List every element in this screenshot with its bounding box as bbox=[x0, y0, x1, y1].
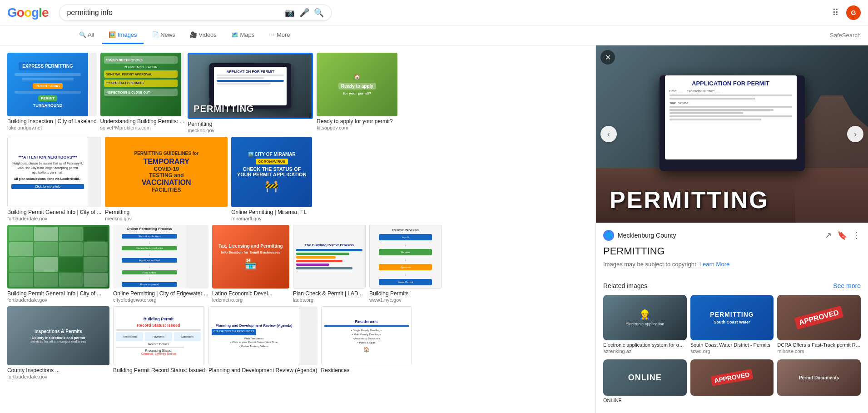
more-icon[interactable]: ⋮ bbox=[853, 230, 861, 240]
image-row-2: ***ATTENTION NEIGHBORS*** Neighbors, ple… bbox=[7, 137, 595, 221]
search-icons: 📷 🎤 🔍 bbox=[285, 8, 324, 18]
learn-more-link[interactable]: Learn More bbox=[699, 261, 729, 268]
source-row: 🌐 Mecklenburg County ↗ 🔖 ⋮ bbox=[603, 230, 861, 241]
card-title: Building Inspection | City of Lakeland bbox=[7, 118, 97, 124]
tab-more[interactable]: ⋯ More bbox=[263, 27, 296, 44]
card-title: Permitting bbox=[188, 121, 313, 127]
tab-all[interactable]: 🔍 All bbox=[73, 27, 100, 44]
related-row2: ONLINE ONLINE APPROVED bbox=[603, 359, 861, 404]
camera-icon[interactable]: 📷 bbox=[285, 8, 295, 18]
image-card-11[interactable]: The Building Permit Process Plan Check &… bbox=[293, 225, 366, 303]
bookmark-icon[interactable]: 🔖 bbox=[837, 230, 847, 240]
image-card-14[interactable]: Building Permit Record Status: Issued Re… bbox=[113, 306, 205, 374]
search-bar[interactable]: 📷 🎤 🔍 bbox=[59, 5, 332, 21]
related-label: Electronic application system for obtain… bbox=[603, 340, 687, 348]
related-card-4[interactable]: ONLINE ONLINE bbox=[603, 359, 687, 404]
image-card-13[interactable]: Inspections & Permits County inspections… bbox=[7, 306, 109, 379]
image-card-7[interactable]: 🏙️ CITY OF MIRAMAR CORONAVIRUS CHECK THE… bbox=[231, 137, 312, 221]
image-card-5[interactable]: ***ATTENTION NEIGHBORS*** Neighbors, ple… bbox=[7, 137, 101, 221]
card-title: County Inspections ... bbox=[7, 367, 109, 373]
card-source: ledcmetro.org bbox=[212, 297, 289, 303]
related-card-1[interactable]: 👷 Electronic application Electronic appl… bbox=[603, 295, 687, 354]
nav-prev-button[interactable]: ‹ bbox=[600, 126, 617, 142]
tab-images[interactable]: 🖼️ Images bbox=[102, 27, 143, 44]
source-name: Mecklenburg County bbox=[618, 232, 676, 239]
related-source: scwd.org bbox=[690, 348, 774, 354]
mic-icon[interactable]: 🎤 bbox=[299, 8, 309, 18]
card-source: www1.nyc.gov bbox=[369, 297, 442, 303]
expanded-info: 🌐 Mecklenburg County ↗ 🔖 ⋮ PERMITTING Im… bbox=[596, 223, 868, 282]
logo-e: e bbox=[42, 5, 49, 20]
card-title: Understanding Building Permits: ... bbox=[100, 118, 184, 124]
logo-o1: o bbox=[17, 5, 24, 20]
card-title: Residences bbox=[321, 367, 412, 373]
card-title: Latino Economic Devel... bbox=[212, 290, 289, 297]
nav-next-button[interactable]: › bbox=[847, 126, 863, 142]
logo-g: g bbox=[31, 5, 39, 20]
image-card-15[interactable]: Planning and Development Review (Agenda)… bbox=[208, 306, 317, 374]
card-title: Plan Check & Permit | LAD... bbox=[293, 290, 366, 297]
card-source: mecknc.gov bbox=[188, 128, 313, 133]
image-card-2[interactable]: ZONING RESTRICTIONS PERMIT APPLICATION G… bbox=[100, 53, 184, 130]
card-title: Building Permit General Info | City of .… bbox=[7, 209, 101, 215]
copyright-notice: Images may be subject to copyright. Lear… bbox=[603, 261, 861, 268]
card-source: ladbs.org bbox=[293, 297, 366, 303]
card-title: Permitting bbox=[105, 209, 228, 215]
related-label: ONLINE bbox=[603, 396, 687, 404]
image-card-12[interactable]: Permit Process Apply ↓ Review ↓ Approve … bbox=[369, 225, 442, 303]
card-title: Building Permit General Info | City of .… bbox=[7, 290, 109, 297]
nav-tabs: 🔍 All 🖼️ Images 📄 News 🎥 Videos 🗺️ Maps … bbox=[0, 25, 868, 45]
see-more-link[interactable]: See more bbox=[833, 282, 861, 289]
image-card-8[interactable]: Building Permit General Info | City of .… bbox=[7, 225, 109, 303]
main: EXPRESS PERMITTING PROCESSING PERMIT TUR… bbox=[0, 45, 868, 413]
image-row-1: EXPRESS PERMITTING PROCESSING PERMIT TUR… bbox=[7, 53, 595, 133]
expanded-image: APPLICATION FOR PERMIT Date: ___ Contrac… bbox=[596, 45, 868, 223]
tab-maps[interactable]: 🗺️ Maps bbox=[225, 27, 261, 44]
expanded-image-title: PERMITTING bbox=[610, 186, 769, 214]
related-images-title: Related images bbox=[603, 282, 647, 289]
image-row-4: Inspections & Permits County inspections… bbox=[7, 306, 595, 379]
card-source: fortlauderdale.gov bbox=[7, 374, 109, 379]
source-globe-icon: 🌐 bbox=[603, 230, 614, 241]
card-title: Online Permitting | City of Edgewater ..… bbox=[113, 290, 208, 297]
image-card-4[interactable]: 🏠 Ready to apply for your permit? Ready … bbox=[317, 53, 397, 130]
tab-news[interactable]: 📄 News bbox=[145, 27, 182, 44]
logo-G: G bbox=[7, 5, 17, 20]
apps-icon[interactable]: ⠿ bbox=[832, 7, 839, 18]
tab-videos[interactable]: 🎥 Videos bbox=[184, 27, 223, 44]
related-grid: 👷 Electronic application Electronic appl… bbox=[603, 295, 861, 354]
action-icons: ↗ 🔖 ⋮ bbox=[825, 230, 861, 240]
image-card-1[interactable]: EXPRESS PERMITTING PROCESSING PERMIT TUR… bbox=[7, 53, 97, 130]
image-row-3: Building Permit General Info | City of .… bbox=[7, 225, 595, 303]
card-source: fortlauderdale.gov bbox=[7, 297, 109, 303]
related-card-6[interactable]: Permit Documents bbox=[777, 359, 861, 404]
card-title: Ready to apply for your permit? bbox=[317, 118, 397, 124]
avatar[interactable]: G bbox=[846, 5, 861, 20]
card-source: solvePMproblems.com bbox=[100, 125, 184, 130]
image-card-16[interactable]: Residences • Single Family Dwellings • M… bbox=[321, 306, 412, 374]
image-card-10[interactable]: Tax, Licensing and Permitting Info Sessi… bbox=[212, 225, 289, 303]
image-card-9[interactable]: Online Permitting Process Submit applica… bbox=[113, 225, 208, 303]
card-title: Planning and Development Review (Agenda) bbox=[208, 367, 317, 373]
safe-search[interactable]: SafeSearch bbox=[830, 32, 861, 39]
share-icon[interactable]: ↗ bbox=[825, 230, 832, 240]
card-title: Building Permit Record Status: Issued bbox=[113, 367, 205, 373]
search-input[interactable] bbox=[67, 9, 281, 17]
related-card-3[interactable]: APPROVED DCRA Offers a Fast-Track permit… bbox=[777, 295, 861, 354]
expanded-title: PERMITTING bbox=[603, 245, 861, 257]
card-source: cityofedgewater.org bbox=[113, 297, 208, 303]
card-source: kitsapgov.com bbox=[317, 125, 397, 130]
image-card-6[interactable]: PERMITTING GUIDELINES for TEMPORARY COVI… bbox=[105, 137, 228, 221]
close-button[interactable]: ✕ bbox=[600, 50, 615, 65]
card-source: miramarfl.gov bbox=[231, 216, 312, 221]
related-images-header: Related images See more bbox=[603, 282, 861, 289]
related-card-2[interactable]: PERMITTING South Coast Water South Coast… bbox=[690, 295, 774, 354]
related-label: DCRA Offers a Fast-Track permit Review..… bbox=[777, 340, 861, 348]
search-icon[interactable]: 🔍 bbox=[314, 8, 324, 18]
right-panel: APPLICATION FOR PERMIT Date: ___ Contrac… bbox=[595, 45, 868, 413]
header: Google 📷 🎤 🔍 ⠿ G bbox=[0, 0, 868, 25]
logo-o2: o bbox=[24, 5, 31, 20]
image-card-3[interactable]: APPLICATION FOR PERMIT PERMITTING Per bbox=[188, 53, 313, 133]
logo-l: l bbox=[39, 5, 42, 20]
related-card-5[interactable]: APPROVED bbox=[690, 359, 774, 404]
